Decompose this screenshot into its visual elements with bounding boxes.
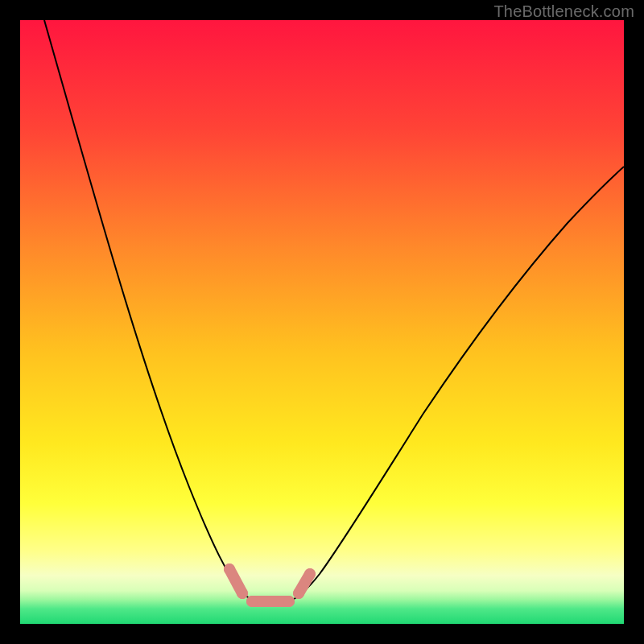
curve-layer <box>20 20 624 624</box>
valley-marker-right-dot-a <box>293 588 304 599</box>
valley-marker-left-dot-b <box>237 588 248 599</box>
valley-marker-bottom-dot-b <box>283 596 295 607</box>
outer-frame: TheBottleneck.com <box>0 0 644 644</box>
valley-marker-right-dot-b <box>304 568 316 580</box>
plot-area <box>20 20 624 624</box>
valley-marker-left-dot-a <box>224 564 235 575</box>
watermark-text: TheBottleneck.com <box>493 2 634 21</box>
valley-marker-bottom-dot-a <box>246 596 258 607</box>
bottleneck-curve <box>44 20 624 605</box>
